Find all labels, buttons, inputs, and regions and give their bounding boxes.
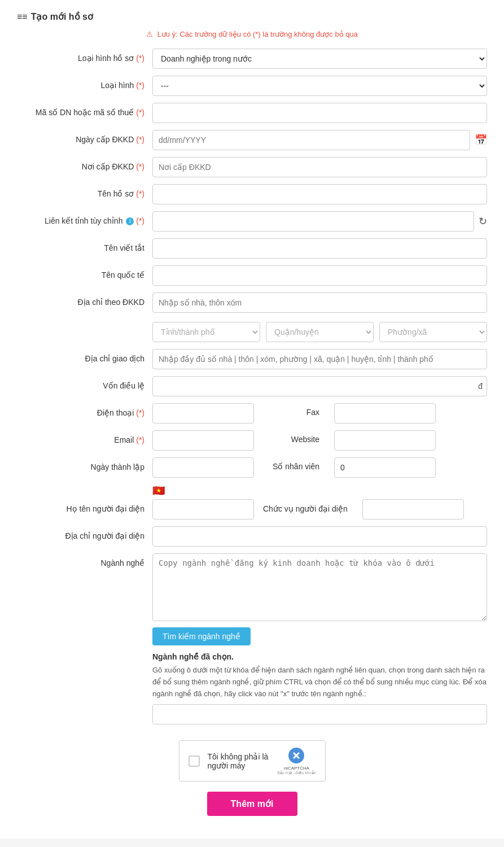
ngay-cap-dkkd-field: 📅 xyxy=(152,130,487,150)
lien-ket-tinh-row: Liên kết tỉnh tùy chỉnh i (*) ↻ xyxy=(17,211,487,232)
ho-ten-ndd-label: Họ tên người đại diện xyxy=(17,499,152,515)
ten-ho-so-row: Tên hồ sơ (*) xyxy=(17,184,487,204)
nganh-nghe-row: Ngành nghề Tìm kiếm ngành nghề Ngành ngh… xyxy=(17,553,487,734)
loai-hinh-label: Loại hình (*) xyxy=(17,76,152,91)
loai-hinh-ho-so-row: Loại hình hồ sơ (*) Doanh nghiệp trong n… xyxy=(17,49,487,69)
lien-ket-tinh-field: ↻ xyxy=(152,211,487,232)
noi-cap-dkkd-row: Nơi cấp ĐKKD (*) xyxy=(17,157,487,177)
lien-ket-tinh-info-icon[interactable]: i xyxy=(126,217,134,225)
dien-thoai-fax-fields: Fax xyxy=(152,403,487,424)
nganh-selected-title: Ngành nghề đã chọn. xyxy=(152,652,487,661)
refresh-icon[interactable]: ↻ xyxy=(479,215,487,228)
ma-so-dn-field xyxy=(152,103,487,123)
ten-viet-tat-label: Tên viết tắt xyxy=(17,238,152,254)
captcha-checkbox[interactable] xyxy=(189,756,200,767)
lien-ket-tinh-label: Liên kết tỉnh tùy chỉnh i (*) xyxy=(17,211,152,227)
ngay-thanh-lap-label: Ngày thành lập xyxy=(17,457,152,473)
dia-chi-ndd-row: Địa chỉ người đại diện xyxy=(17,526,487,547)
loai-hinh-field: --- xyxy=(152,76,487,96)
nganh-selected-desc: Gõ xuống ô dưới một từ khóa để hiện danh… xyxy=(152,665,487,700)
ten-quoc-te-row: Tên quốc tế xyxy=(17,265,487,286)
quan-select[interactable]: Quận/huyện xyxy=(266,322,374,342)
nganh-nghe-field: Tìm kiếm ngành nghề Ngành nghề đã chọn. … xyxy=(152,553,487,734)
ma-so-dn-row: Mã số DN hoặc mã số thuế (*) xyxy=(17,103,487,123)
nganh-nghe-textarea[interactable] xyxy=(152,553,487,621)
ho-ten-ndd-row: Họ tên người đại diện Chức vụ người đại … xyxy=(17,499,487,519)
dia-chi-dkkd-input[interactable] xyxy=(152,292,487,313)
loai-hinh-row: Loại hình (*) --- xyxy=(17,76,487,96)
nganh-nghe-label: Ngành nghề xyxy=(17,553,152,569)
dia-chi-dkkd-field: Tỉnh/thành phố Quận/huyện Phường/xã xyxy=(152,292,487,342)
title-icon: ≡≡ xyxy=(17,12,28,22)
ngay-cap-dkkd-row: Ngày cấp ĐKKD (*) 📅 xyxy=(17,130,487,150)
warning-note: ⚠ Lưu ý: Các trường dữ liệu có (*) là tr… xyxy=(17,30,487,38)
captcha-label: Tôi không phải là người máy xyxy=(208,752,270,770)
noi-cap-dkkd-input[interactable] xyxy=(152,157,487,177)
ten-viet-tat-input[interactable] xyxy=(152,238,487,259)
email-input[interactable] xyxy=(152,430,254,451)
von-dieu-le-row: Vốn điều lệ đ xyxy=(17,376,487,396)
loai-hinh-ho-so-label: Loại hình hồ sơ (*) xyxy=(17,49,152,64)
loai-hinh-ho-so-field: Doanh nghiệp trong nước Doanh nghiệp nướ… xyxy=(152,49,487,69)
noi-cap-dkkd-field xyxy=(152,157,487,177)
dia-chi-ndd-input[interactable] xyxy=(152,526,487,547)
ten-ho-so-field xyxy=(152,184,487,204)
ten-quoc-te-input[interactable] xyxy=(152,265,487,286)
so-nhan-vien-input[interactable] xyxy=(334,457,436,478)
ten-viet-tat-row: Tên viết tắt xyxy=(17,238,487,259)
warning-icon: ⚠ xyxy=(146,30,153,38)
dia-chi-giao-dich-row: Địa chỉ giao dịch xyxy=(17,349,487,369)
fax-label: Fax xyxy=(263,403,325,417)
noi-cap-dkkd-label: Nơi cấp ĐKKD (*) xyxy=(17,157,152,173)
dia-chi-ndd-field xyxy=(152,526,487,547)
address-dropdowns: Tỉnh/thành phố Quận/huyện Phường/xã xyxy=(152,322,487,342)
email-website-row: Email (*) Website xyxy=(17,430,487,451)
von-dieu-le-label: Vốn điều lệ xyxy=(17,376,152,392)
phuong-select[interactable]: Phường/xã xyxy=(379,322,487,342)
submit-button[interactable]: Thêm mới xyxy=(207,792,297,816)
page-title: ≡≡ Tạo mới hồ sơ xyxy=(17,11,487,22)
ten-ho-so-input[interactable] xyxy=(152,184,487,204)
von-dieu-le-field: đ xyxy=(152,376,487,396)
ten-quoc-te-field xyxy=(152,265,487,286)
ho-ten-ndd-input[interactable] xyxy=(152,499,254,519)
chuc-vu-label: Chức vụ người đại diện xyxy=(263,499,353,515)
chuc-vu-input[interactable] xyxy=(362,499,464,519)
loai-hinh-ho-so-select[interactable]: Doanh nghiệp trong nước Doanh nghiệp nướ… xyxy=(152,49,487,69)
calendar-icon[interactable]: 📅 xyxy=(475,134,487,146)
recaptcha-links: Bảo mật - Điều khoản xyxy=(277,771,315,775)
ma-so-dn-input[interactable] xyxy=(152,103,487,123)
dia-chi-giao-dich-field xyxy=(152,349,487,369)
so-nhan-vien-label: Số nhân viên xyxy=(263,457,325,471)
tinh-select[interactable]: Tỉnh/thành phố xyxy=(152,322,260,342)
captcha-row: Tôi không phải là người máy reCAPTCHA Bả… xyxy=(17,740,487,781)
ten-viet-tat-field xyxy=(152,238,487,259)
dia-chi-dkkd-row: Địa chỉ theo ĐKKD Tỉnh/thành phố Quận/hu… xyxy=(17,292,487,342)
website-input[interactable] xyxy=(334,430,436,451)
ngay-thanh-lap-fields: Số nhân viên xyxy=(152,457,487,478)
ten-ho-so-label: Tên hồ sơ (*) xyxy=(17,184,152,200)
dien-thoai-fax-row: Điện thoại (*) Fax xyxy=(17,403,487,424)
ngay-thanh-lap-input[interactable] xyxy=(152,457,254,478)
recaptcha-icon xyxy=(287,746,305,765)
loai-hinh-select[interactable]: --- xyxy=(152,76,487,96)
ngay-cap-dkkd-label: Ngày cấp ĐKKD (*) xyxy=(17,130,152,146)
fax-input[interactable] xyxy=(334,403,436,424)
von-dieu-le-input[interactable] xyxy=(152,376,487,396)
dia-chi-giao-dich-input[interactable] xyxy=(152,349,487,369)
dien-thoai-input[interactable] xyxy=(152,403,254,424)
ngay-thanh-lap-row: Ngày thành lập Số nhân viên xyxy=(17,457,487,478)
flag-row: 🇻🇳 xyxy=(152,484,487,497)
nganh-search-input[interactable] xyxy=(152,704,487,724)
email-label: Email (*) xyxy=(17,430,152,446)
search-nganh-button[interactable]: Tìm kiếm ngành nghề xyxy=(152,627,251,645)
ngay-cap-dkkd-input[interactable] xyxy=(152,130,470,150)
dia-chi-ndd-label: Địa chỉ người đại diện xyxy=(17,526,152,542)
captcha-box[interactable]: Tôi không phải là người máy reCAPTCHA Bả… xyxy=(179,740,326,781)
dien-thoai-label: Điện thoại (*) xyxy=(17,403,152,419)
email-website-fields: Website xyxy=(152,430,487,451)
lien-ket-tinh-input[interactable] xyxy=(152,211,474,232)
website-label: Website xyxy=(263,430,325,444)
captcha-logo: reCAPTCHA Bảo mật - Điều khoản xyxy=(277,746,315,775)
ma-so-dn-label: Mã số DN hoặc mã số thuế (*) xyxy=(17,103,152,119)
